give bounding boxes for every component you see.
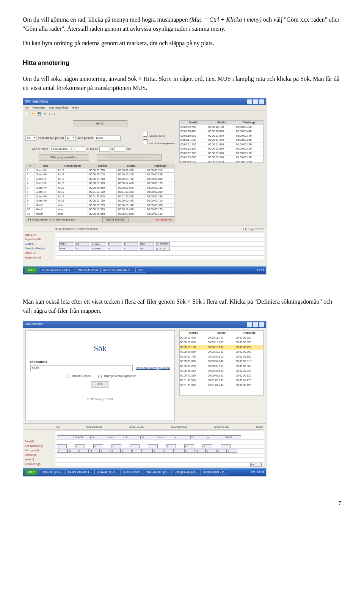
toolbar-icon[interactable]: 📄 — [25, 112, 29, 117]
results-table[interactable]: NrRadTranskriptionStarttidSluttidTidslän… — [25, 164, 175, 216]
table-row[interactable]: 5Gloss RHMUS00:00:26.91000:00:27.04000:0… — [26, 186, 175, 190]
taskbar-item[interactable]: java — [135, 268, 146, 273]
maximize-icon[interactable] — [253, 322, 258, 327]
tier-row[interactable] — [25, 430, 264, 435]
toolbar-icon[interactable]: 💾 — [38, 112, 41, 117]
table-row[interactable]: 00:00:11.20000:00:11.44000:00:00.240 — [180, 138, 263, 143]
taskbar-item[interactable]: ELAN-arbete — [120, 470, 143, 474]
table-row[interactable]: 6Gloss RHMUS00:01:13.11000:01:13.39000:0… — [26, 190, 175, 195]
window-titlebar[interactable]: Sökningsdialog — [23, 98, 266, 105]
taskbar-item[interactable]: UsingELAN.pdf... — [172, 470, 200, 474]
table-row[interactable]: 00:00:31.73000:00:32.91000:00:01.180 — [180, 355, 263, 359]
tier-timeline-2[interactable]: 00 00:00:13.000 00:00:14.000 00:00:15.00… — [23, 423, 266, 468]
taskbar-item[interactable]: manual-elan.pd... — [143, 470, 172, 474]
table-row[interactable]: 00:00:40.33000:00:41.16000:00:00.830 — [180, 373, 263, 378]
table-row[interactable]: 00:00:29.82000:00:30.32000:00:00.500 — [180, 350, 263, 355]
tier-row[interactable]: pBILABIA'ord'bram''rã''hi''brom'+'b'pBIL… — [25, 435, 264, 440]
tier-row[interactable]: Repetition LH — [25, 255, 264, 260]
select-all[interactable]: All — [65, 136, 76, 141]
tier-row[interactable]: Disloc RH — [25, 233, 264, 237]
table-row[interactable]: 00:00:11.49000:00:11.74000:00:00.250 — [180, 336, 263, 340]
table-row[interactable]: 1Gloss RHMUS00:00:01.71000:00:02.42000:0… — [26, 168, 175, 173]
cb-versaler[interactable]: skiljer på versaler/gemener — [97, 373, 136, 379]
table-row[interactable]: 00:00:11.75000:00:11.97000:00:00.220 — [180, 142, 263, 147]
start-search-button[interactable]: Starta sökning — [102, 217, 129, 222]
table-row[interactable]: 00:00:38.33000:00:38.98000:00:00.650 — [180, 369, 263, 373]
table-row[interactable]: 2Gloss RHMUS00:00:09.75000:00:10.14000:0… — [26, 173, 175, 177]
tier-row[interactable]: Eye gaze [f]crdcrdcrdclrclrcrdcrdc — [25, 449, 264, 453]
tier-row[interactable]: Eye aperture [f]bbbbbbbbbb — [25, 444, 264, 449]
toolbar-icon[interactable]: 📂 — [31, 112, 35, 117]
menu-redigera[interactable]: Redigera — [32, 106, 44, 110]
add-restriction-button[interactable]: Tillägg ny restriktion — [39, 154, 89, 161]
cb-ordinarie[interactable]: ordinarie uttryck — [64, 373, 91, 379]
tier-row[interactable]: Gloss LHVAKNAR(p-) lyssPBBITA(p-) STOPP — [25, 242, 264, 246]
table-row[interactable]: 4Gloss RHMUS00:00:17.32000:00:17.49000:0… — [26, 181, 175, 186]
search-field[interactable]: MUS — [30, 365, 133, 371]
table-row[interactable]: 00:00:13.09000:00:13.27000:00:00.180 — [180, 156, 263, 160]
tier-row[interactable]: Gloss LH EnglishWAKAN(p-) clavOBBITE(p-)… — [25, 246, 264, 251]
table-row[interactable]: 00:00:16.19000:00:16.69000:00:00.490 — [180, 345, 263, 350]
cb-sokaste[interactable]: sökaste uttryck — [141, 131, 175, 138]
menu-bar[interactable]: Fil Redigera Sökningsfråga Hjälp — [23, 105, 266, 111]
select-en[interactable]: En — [25, 136, 36, 141]
ms-field[interactable] — [115, 147, 125, 152]
table-row[interactable]: 9Mouthmus00:00:09.75000:00:10.14000:00:0… — [26, 203, 175, 208]
table-row[interactable]: 00:00:13.38000:00:13.59000:00:00.210 — [180, 160, 263, 163]
table-row[interactable]: 00:01:03.95000:01:04.44000:00:00.490 — [180, 383, 263, 388]
table-row[interactable]: 10Mouthmus00:00:17.32000:00:17.49000:00:… — [26, 208, 175, 212]
sok-button[interactable]: Sök — [91, 381, 109, 388]
menu-sokningsfraga[interactable]: Sökningsfråga — [49, 106, 68, 110]
table-row[interactable]: 00:00:33.83000:00:34.74000:00:00.910 — [180, 359, 263, 364]
right-time-table[interactable]: StarttidSluttidTidslängd00:00:09.75000:0… — [179, 120, 264, 163]
search-input[interactable]: MUS — [95, 136, 121, 141]
start-button-2[interactable]: Start — [25, 469, 38, 475]
taskbar-item[interactable]: ELAN lathund 1... — [65, 470, 94, 474]
maximize-icon[interactable] — [253, 99, 258, 104]
table-row[interactable]: 00:00:09.75000:00:10.14000:00:00.390 — [180, 125, 263, 129]
close-icon[interactable] — [259, 322, 264, 327]
tier-row[interactable]: Brow [f] — [25, 440, 264, 444]
tier-row[interactable]: Cheeks [f] — [25, 453, 264, 458]
s-field-2[interactable] — [99, 147, 110, 152]
table-row[interactable]: 8Gloss RHMUS00:00:01.71000:00:02.42000:0… — [26, 199, 175, 203]
table-row[interactable]: 00:00:37.20000:00:38.16000:00:00.960 — [180, 364, 263, 369]
window-buttons[interactable] — [247, 99, 264, 104]
table-row[interactable]: 00:01:01.56000:01:03.03000:00:01.470 — [180, 378, 263, 383]
tier-row[interactable]: Comments [f]mfl — [25, 462, 264, 467]
table-row[interactable]: 00:00:12.72000:00:12.97000:00:00.250 — [180, 151, 263, 156]
right-time-table-2[interactable]: StarttidSluttidTidslängd00:00:11.49000:0… — [179, 330, 264, 395]
taskbar-item[interactable]: Inbox for johanna.m... — [100, 268, 135, 273]
cb-skilj[interactable]: skilj på versaler/gemener — [141, 138, 175, 145]
taskbar-item[interactable]: 4 Java(TM) 2... — [94, 470, 120, 474]
window-titlebar-2[interactable]: Sök eaf-filer — [23, 321, 266, 328]
hitta-button[interactable]: HITTA — [73, 120, 128, 127]
toolbar[interactable]: 📄 📂 💾 ☰ < 1 > — [23, 111, 266, 118]
windows-taskbar-2[interactable]: Start Inbox for joha...ELAN lathund 1...… — [23, 468, 266, 476]
tier-row[interactable]: Repetition RH — [25, 237, 264, 242]
menu-hjalp[interactable]: Hjälp — [72, 106, 78, 110]
table-row[interactable]: 00:00:10.42000:00:10.86000:00:00.440 — [180, 129, 263, 134]
taskbar-item[interactable]: Inbox for joha... — [39, 470, 65, 474]
windows-taskbar[interactable]: Start C:\Documents and S...Microsoft Wor… — [23, 266, 266, 274]
minimize-icon[interactable] — [247, 322, 252, 327]
minimize-icon[interactable] — [247, 99, 252, 104]
toolbar-icon[interactable]: ☰ — [44, 112, 46, 117]
table-row[interactable]: 11Mouthmus00:00:26.91000:00:27.04000:00:… — [26, 212, 175, 216]
table-row[interactable]: 3Gloss RHMUS00:00:13.71000:00:13.79000:0… — [26, 177, 175, 181]
s-field[interactable] — [75, 147, 85, 152]
table-row[interactable]: 00:00:10.93000:00:11.07000:00:00.140 — [180, 134, 263, 138]
tier-row[interactable]: Disloc LH — [25, 251, 264, 255]
tier-row[interactable]: Head [f] — [25, 458, 264, 462]
close-icon[interactable] — [259, 99, 264, 104]
taskbar-item[interactable]: Clipboard01 - Ir... — [200, 470, 229, 474]
system-tray[interactable]: 11:37 — [257, 268, 264, 273]
select-intervall[interactable]: intervall från — [50, 147, 74, 152]
table-row[interactable]: 00:00:12.16000:00:12.51000:00:00.350 — [180, 147, 263, 151]
start-button[interactable]: Start — [25, 267, 38, 273]
table-row[interactable]: 7Gloss RHMUS00:01:35.05000:01:35.23000:0… — [26, 194, 175, 199]
toolbar-icon[interactable]: < 1 > — [49, 112, 55, 117]
tier-timeline[interactable]: 00:16.000 00:00:17.000 00:00:18.000 L M … — [23, 225, 266, 266]
system-tray-2[interactable]: SV 16:34 — [251, 470, 264, 474]
taskbar-item[interactable]: C:\Documents and S... — [39, 268, 75, 273]
